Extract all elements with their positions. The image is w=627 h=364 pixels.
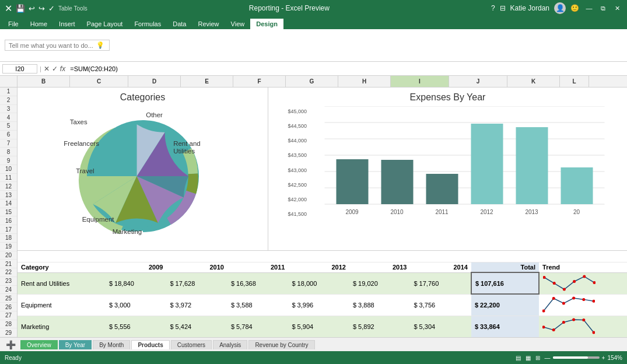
sheet-tab-overview[interactable]: Overview (20, 340, 58, 349)
row-22[interactable]: 22 (0, 268, 17, 277)
view-page-icon[interactable]: ⊞ (535, 355, 540, 361)
table-cell[interactable]: $ 18,840 (106, 272, 167, 294)
cancel-icon[interactable]: ✕ (44, 65, 50, 73)
col-header-i[interactable]: I (391, 76, 449, 87)
row-29[interactable]: 29 (0, 328, 17, 337)
row-14[interactable]: 14 (0, 200, 17, 208)
row-8[interactable]: 8 (0, 148, 17, 156)
row-2[interactable]: 2 (0, 96, 17, 105)
sheet-tab-revenue-country[interactable]: Revenue by Country (248, 340, 314, 349)
maximize-button[interactable]: ⧉ (598, 3, 608, 13)
row-5[interactable]: 5 (0, 122, 17, 131)
table-cell[interactable]: $ 3,888 (349, 294, 411, 316)
table-cell[interactable]: $ 33,864 (471, 316, 539, 337)
confirm-icon[interactable]: ✓ (52, 65, 58, 73)
table-cell[interactable]: $ 107,616 (471, 272, 539, 294)
col-header-k[interactable]: K (507, 76, 560, 87)
col-header-e[interactable]: E (181, 76, 233, 87)
sheet-tab-customers[interactable]: Customers (171, 340, 212, 349)
row-1[interactable]: 1 (0, 88, 17, 96)
zoom-out-button[interactable]: — (545, 355, 551, 361)
row-16[interactable]: 16 (0, 216, 17, 225)
minimize-button[interactable]: — (584, 3, 594, 13)
row-17[interactable]: 17 (0, 225, 17, 234)
ribbon-search-box[interactable]: 💡 (5, 40, 110, 51)
function-icon[interactable]: fx (60, 65, 65, 73)
table-cell[interactable]: $ 3,972 (166, 294, 227, 316)
row-19[interactable]: 19 (0, 243, 17, 251)
row-4[interactable]: 4 (0, 113, 17, 122)
add-sheet-button[interactable]: ➕ (2, 340, 19, 349)
table-cell[interactable]: $ 19,020 (349, 272, 411, 294)
row-24[interactable]: 24 (0, 286, 17, 295)
table-cell[interactable]: $ 22,200 (471, 294, 539, 316)
row-13[interactable]: 13 (0, 191, 17, 200)
col-header-h[interactable]: H (338, 76, 391, 87)
row-18[interactable]: 18 (0, 234, 17, 243)
row-6[interactable]: 6 (0, 131, 17, 139)
quick-access-save[interactable]: 💾 (16, 4, 25, 13)
col-header-d[interactable]: D (128, 76, 181, 87)
table-cell[interactable]: $ 5,784 (227, 316, 289, 337)
row-11[interactable]: 11 (0, 174, 17, 183)
table-cell[interactable]: $ 3,756 (410, 294, 471, 316)
table-cell[interactable]: $ 5,556 (106, 316, 167, 337)
table-cell[interactable]: $ 5,304 (410, 316, 471, 337)
row-25[interactable]: 25 (0, 294, 17, 303)
view-layout-icon[interactable]: ▦ (526, 355, 531, 361)
row-15[interactable]: 15 (0, 208, 17, 217)
table-cell[interactable]: $ 17,760 (410, 272, 471, 294)
quick-access-undo[interactable]: ↩ (29, 4, 35, 13)
table-cell[interactable]: $ 5,424 (166, 316, 227, 337)
tab-review[interactable]: Review (192, 19, 225, 29)
row-9[interactable]: 9 (0, 156, 17, 165)
row-3[interactable]: 3 (0, 105, 17, 114)
table-cell[interactable]: Equipment (17, 294, 106, 316)
table-cell[interactable]: $ 17,628 (166, 272, 227, 294)
sheet-tab-analysis[interactable]: Analysis (213, 340, 247, 349)
table-cell[interactable]: Marketing (17, 316, 106, 337)
row-27[interactable]: 27 (0, 312, 17, 320)
cell-reference-input[interactable] (2, 64, 37, 74)
quick-access-misc[interactable]: ✓ (48, 4, 55, 13)
col-header-j[interactable]: J (449, 76, 507, 87)
tab-data[interactable]: Data (167, 19, 192, 29)
zoom-bar[interactable] (553, 356, 600, 359)
table-cell[interactable]: $ 3,996 (288, 294, 349, 316)
quick-access-redo[interactable]: ↪ (38, 4, 45, 13)
row-12[interactable]: 12 (0, 182, 17, 191)
row-21[interactable]: 21 (0, 260, 17, 268)
tab-file[interactable]: File (2, 19, 24, 29)
col-header-b[interactable]: B (17, 76, 70, 87)
col-header-c[interactable]: C (70, 76, 128, 87)
sheet-tab-by-month[interactable]: By Month (93, 340, 130, 349)
row-23[interactable]: 23 (0, 277, 17, 286)
tab-insert[interactable]: Insert (53, 19, 81, 29)
tab-formulas[interactable]: Formulas (128, 19, 167, 29)
tab-home[interactable]: Home (24, 19, 53, 29)
view-normal-icon[interactable]: ▤ (516, 355, 521, 361)
table-cell[interactable]: $ 3,588 (227, 294, 289, 316)
col-header-l[interactable]: L (560, 76, 589, 87)
tab-view[interactable]: View (225, 19, 251, 29)
tab-design[interactable]: Design (250, 19, 283, 29)
close-button[interactable]: ✕ (612, 3, 622, 13)
sheet-tab-by-year[interactable]: By Year (59, 340, 92, 349)
row-28[interactable]: 28 (0, 320, 17, 329)
table-cell[interactable]: $ 5,892 (349, 316, 411, 337)
ribbon-icon[interactable]: ⊟ (500, 4, 506, 12)
table-cell[interactable]: $ 18,000 (288, 272, 349, 294)
search-input[interactable] (9, 42, 96, 49)
table-cell[interactable]: $ 3,000 (106, 294, 167, 316)
table-cell[interactable]: Rent and Utilities (17, 272, 106, 294)
tab-page-layout[interactable]: Page Layout (81, 19, 129, 29)
help-icon[interactable]: ? (491, 4, 495, 12)
table-cell[interactable]: $ 5,904 (288, 316, 349, 337)
col-header-g[interactable]: G (286, 76, 338, 87)
row-10[interactable]: 10 (0, 165, 17, 174)
col-header-f[interactable]: F (233, 76, 286, 87)
row-26[interactable]: 26 (0, 303, 17, 312)
row-7[interactable]: 7 (0, 139, 17, 148)
sheet-tab-products[interactable]: Products (131, 340, 169, 349)
formula-input[interactable] (68, 65, 625, 72)
